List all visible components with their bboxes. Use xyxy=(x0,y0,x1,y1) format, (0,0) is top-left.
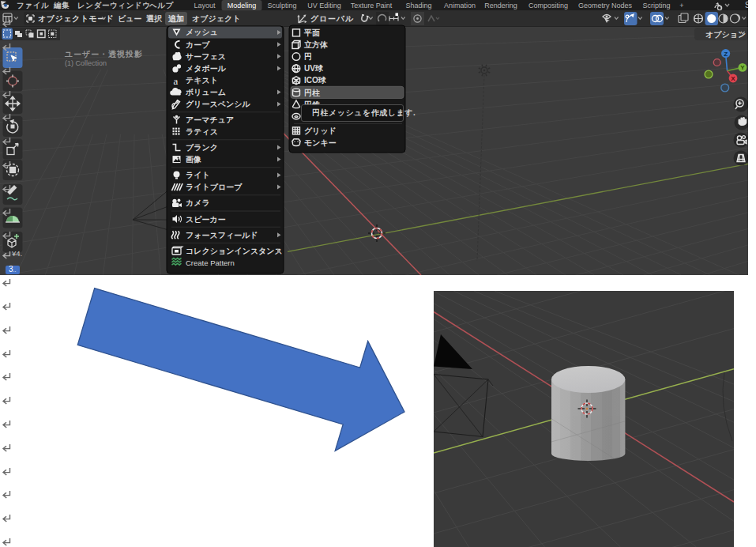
svg-text:ビュー: ビュー xyxy=(118,14,141,23)
svg-text:ファイル: ファイル xyxy=(17,1,49,9)
svg-text:オブジェクト: オブジェクト xyxy=(192,14,240,23)
svg-text:プランク: プランク xyxy=(186,143,218,152)
svg-text:メッシュ: メッシュ xyxy=(186,28,218,36)
svg-text:Rendering: Rendering xyxy=(484,2,517,9)
svg-text:グリッド: グリッド xyxy=(304,126,337,135)
svg-text:編集: 編集 xyxy=(53,1,70,9)
svg-text:追加: 追加 xyxy=(168,14,184,23)
svg-text:(1) Collection: (1) Collection xyxy=(65,59,107,67)
svg-text:Texture Paint: Texture Paint xyxy=(351,2,393,9)
svg-text:フォースフィールド: フォースフィールド xyxy=(186,231,258,240)
svg-text:ウィンドウ: ウィンドウ xyxy=(110,1,151,9)
svg-text:Animation: Animation xyxy=(444,2,476,9)
svg-text:画像: 画像 xyxy=(186,155,201,164)
svg-text:グリースペンシル: グリースペンシル xyxy=(186,100,250,108)
svg-text:UV球: UV球 xyxy=(304,64,324,73)
svg-text:ライトプローブ: ライトプローブ xyxy=(186,183,243,191)
svg-text:Shading: Shading xyxy=(405,2,431,9)
svg-text:+: + xyxy=(679,2,683,9)
svg-text:オプション: オプション xyxy=(705,30,746,39)
svg-text:ボリューム: ボリューム xyxy=(185,88,226,96)
svg-text:選択: 選択 xyxy=(145,14,163,23)
svg-text:コレクションインスタンス: コレクションインスタンス xyxy=(186,247,283,255)
svg-text:平面: 平面 xyxy=(303,28,320,37)
svg-text:サーフェス: サーフェス xyxy=(186,52,226,61)
svg-text:ユーザー・透視投影: ユーザー・透視投影 xyxy=(64,50,143,58)
svg-text:モンキー: モンキー xyxy=(304,138,337,147)
svg-text:Compositing: Compositing xyxy=(528,2,568,9)
svg-text:ICO球: ICO球 xyxy=(304,76,327,85)
svg-text:カーブ: カーブ xyxy=(186,40,210,49)
svg-text:メタボール: メタボール xyxy=(186,64,227,73)
svg-text:グローバル: グローバル xyxy=(310,14,354,23)
svg-text:円: 円 xyxy=(304,52,312,61)
svg-text:ライト: ライト xyxy=(186,171,210,179)
svg-text:Create Pattern: Create Pattern xyxy=(186,258,235,267)
svg-text:スピーカー: スピーカー xyxy=(186,215,226,224)
svg-text:Z: Z xyxy=(724,51,728,58)
svg-text:立方体: 立方体 xyxy=(303,40,329,49)
svg-text:Scripting: Scripting xyxy=(642,2,670,9)
svg-text:Modeling: Modeling xyxy=(228,2,257,9)
svg-text:レンダー: レンダー xyxy=(77,1,110,9)
svg-text:アーマチュア: アーマチュア xyxy=(186,115,234,124)
svg-text:ヘルプ: ヘルプ xyxy=(149,1,174,9)
svg-text:X: X xyxy=(731,75,735,82)
svg-text:カメラ: カメラ xyxy=(186,198,210,207)
svg-text:Layout: Layout xyxy=(194,2,216,9)
svg-text:Geometry Nodes: Geometry Nodes xyxy=(578,2,633,9)
svg-text:Y: Y xyxy=(740,64,745,71)
svg-text:テキスト: テキスト xyxy=(186,76,218,85)
svg-text:UV Editing: UV Editing xyxy=(307,2,341,9)
svg-text:円柱: 円柱 xyxy=(304,89,320,97)
svg-text:ラティス: ラティス xyxy=(186,127,218,136)
svg-text:Sce: Sce xyxy=(745,1,748,9)
svg-text:Sculpting: Sculpting xyxy=(267,2,296,9)
svg-text:a: a xyxy=(174,75,179,87)
